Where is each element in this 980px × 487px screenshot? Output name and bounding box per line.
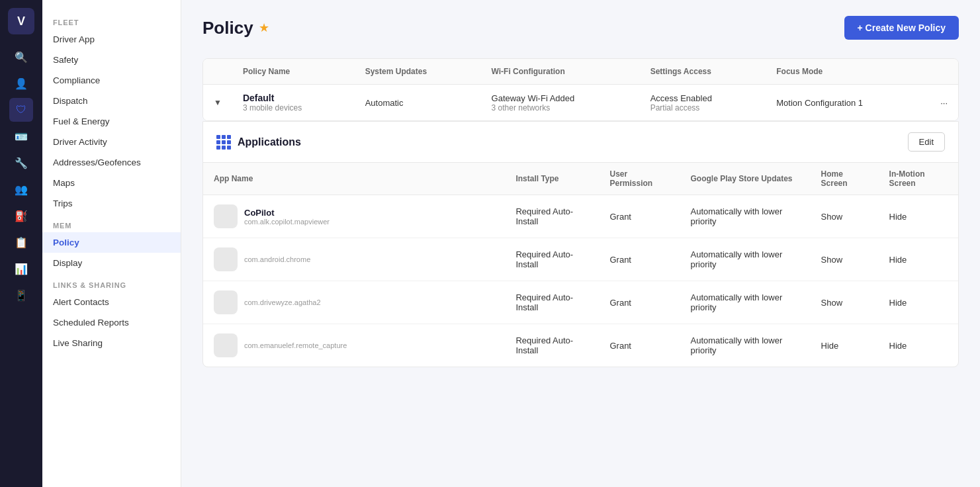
app-package-name: com.android.chrome [244,255,310,263]
brand-logo: V [8,8,34,34]
sidebar-item-fuel[interactable]: Fuel & Energy [42,111,181,132]
sidebar-item-display[interactable]: Display [42,253,181,273]
settings-access-cell: Access Enabled Partial access [640,85,766,121]
app-package-name: com.emanuelef.remote_capture [244,341,347,349]
policy-name-cell: Default 3 mobile devices [232,85,355,121]
fleet-section-label: FLEET [42,11,181,29]
sidebar-item-driver-activity[interactable]: Driver Activity [42,132,181,152]
main-content: Policy ★ + Create New Policy Policy Name… [181,0,980,487]
sidebar-item-addresses[interactable]: Addresses/Geofences [42,152,181,173]
home-screen-cell: Hide [811,324,879,367]
col-policy-name: Policy Name [232,59,355,85]
app-package-name: com.alk.copilot.mapviewer [244,218,330,226]
permission-cell: Grant [599,238,680,281]
icon-rail: V 🔍 👤 🛡 🪪 🔧 👥 ⛽ 📋 📊 📱 [0,0,42,487]
id-nav-icon[interactable]: 🪪 [9,124,33,148]
wifi-main: Gateway Wi-Fi Added [492,93,629,103]
home-screen-cell: Show [811,281,879,324]
app-row-drivewyze: com.drivewyze.agatha2 Required Auto-Inst… [203,281,958,324]
focus-mode-cell: Motion Configuration 1 [766,85,930,121]
wrench-nav-icon[interactable]: 🔧 [9,151,33,175]
play-store-cell: Automatically with lower priority [680,324,811,367]
app-name-text: com.drivewyze.agatha2 [244,298,321,306]
col-system-updates: System Updates [355,59,481,85]
page-header: Policy ★ + Create New Policy [202,16,959,40]
app-row-copilot: CoPilot com.alk.copilot.mapviewer Requir… [203,195,958,238]
in-motion-cell: Hide [879,324,958,367]
sidebar-item-live-sharing[interactable]: Live Sharing [42,333,181,353]
favorite-star-icon[interactable]: ★ [259,21,269,35]
edit-applications-button[interactable]: Edit [908,132,945,152]
col-play-store: Google Play Store Updates [680,163,811,195]
policy-row-default: ▼ Default 3 mobile devices Automatic Gat… [203,85,958,121]
app-row-remote-capture: com.emanuelef.remote_capture Required Au… [203,324,958,367]
mem-section-label: MEM [42,214,181,232]
app-name-col: com.emanuelef.remote_capture [203,324,505,367]
app-name-text: com.android.chrome [244,255,310,263]
sidebar-item-driver-app[interactable]: Driver App [42,29,181,50]
app-name-cell: com.emanuelef.remote_capture [214,333,494,357]
apps-header-left: Applications [216,135,301,150]
app-table: App Name Install Type User Permission Go… [203,163,958,367]
access-main: Access Enabled [650,93,756,103]
person-nav-icon[interactable]: 👤 [9,71,33,95]
col-focus-mode: Focus Mode [766,59,930,85]
policy-table: Policy Name System Updates Wi-Fi Configu… [203,59,958,120]
sidebar-item-compliance[interactable]: Compliance [42,70,181,91]
col-user-permission: User Permission [599,163,680,195]
app-name-col: com.android.chrome [203,238,505,281]
sidebar-item-alert-contacts[interactable]: Alert Contacts [42,292,181,312]
play-store-cell: Automatically with lower priority [680,281,811,324]
shield-nav-icon[interactable]: 🛡 [9,98,33,122]
in-motion-cell: Hide [879,281,958,324]
in-motion-cell: Hide [879,238,958,281]
access-sub: Partial access [650,103,756,112]
play-store-cell: Automatically with lower priority [680,238,811,281]
sidebar-item-dispatch[interactable]: Dispatch [42,91,181,111]
col-expand [203,59,232,85]
sidebar-item-safety[interactable]: Safety [42,50,181,70]
app-icon-chrome [214,247,238,271]
app-name-cell: CoPilot com.alk.copilot.mapviewer [214,204,494,228]
policy-table-container: Policy Name System Updates Wi-Fi Configu… [202,58,959,121]
system-updates-cell: Automatic [355,85,481,121]
home-screen-cell: Show [811,195,879,238]
search-nav-icon[interactable]: 🔍 [9,45,33,69]
col-settings: Settings Access [640,59,766,85]
page-title: Policy [202,18,253,38]
policy-devices-count: 3 mobile devices [243,103,344,112]
sidebar: FLEET Driver App Safety Compliance Dispa… [42,0,181,487]
tablet-nav-icon[interactable]: 📱 [9,283,33,307]
col-in-motion: In-Motion Screen [879,163,958,195]
applications-title: Applications [238,136,301,148]
sidebar-item-scheduled-reports[interactable]: Scheduled Reports [42,312,181,333]
app-name-cell: com.drivewyze.agatha2 [214,290,494,314]
play-store-cell: Automatically with lower priority [680,195,811,238]
applications-header: Applications Edit [203,122,958,163]
sidebar-item-policy[interactable]: Policy [42,232,181,253]
permission-cell: Grant [599,324,680,367]
fuel-nav-icon[interactable]: ⛽ [9,204,33,228]
links-section-label: LINKS & SHARING [42,273,181,292]
expand-chevron-icon[interactable]: ▼ [203,85,232,121]
app-display-name: CoPilot [244,208,330,218]
policy-name-label: Default [243,93,344,103]
home-screen-cell: Show [811,238,879,281]
col-actions [930,59,958,85]
install-type-cell: Required Auto-Install [505,195,599,238]
people-nav-icon[interactable]: 👥 [9,177,33,201]
app-name-cell: com.android.chrome [214,247,494,271]
page-title-row: Policy ★ [202,18,269,38]
permission-cell: Grant [599,195,680,238]
app-name-col: CoPilot com.alk.copilot.mapviewer [203,195,505,238]
more-options-button[interactable]: ··· [930,85,958,121]
app-icon-remote [214,333,238,357]
install-type-cell: Required Auto-Install [505,238,599,281]
sidebar-item-trips[interactable]: Trips [42,193,181,214]
chart-nav-icon[interactable]: 📊 [9,257,33,281]
applications-panel: Applications Edit App Name Install Type … [202,121,959,367]
create-policy-button[interactable]: + Create New Policy [844,16,959,40]
sidebar-item-maps[interactable]: Maps [42,173,181,193]
col-app-name: App Name [203,163,505,195]
clipboard-nav-icon[interactable]: 📋 [9,230,33,254]
